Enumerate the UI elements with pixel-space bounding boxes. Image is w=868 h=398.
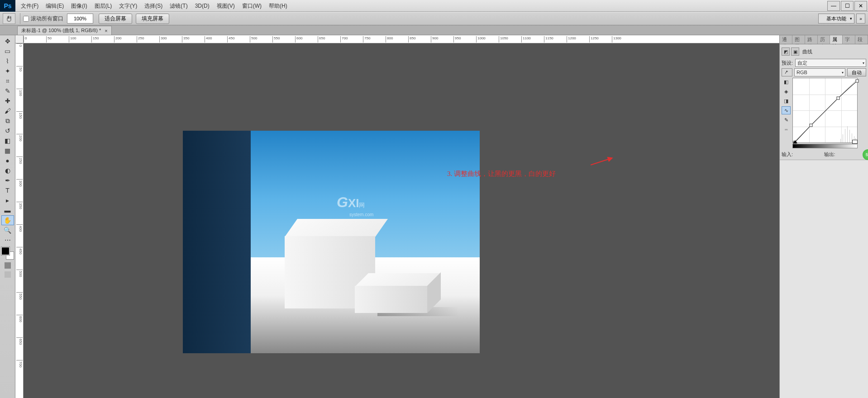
finger-icon [784,69,790,76]
menu-select[interactable]: 选择(S) [141,2,166,10]
zoom-input[interactable] [67,14,93,24]
hand-tool[interactable]: ✋ [1,215,14,225]
scroll-all-label: 滚动所有窗口 [31,15,63,23]
vertical-ruler[interactable]: 0501001502002503003504004505005506006507… [15,43,24,398]
tab-channels[interactable]: 通道 [780,35,792,44]
menu-window[interactable]: 窗口(W) [238,2,265,10]
fit-screen-button[interactable]: 适合屏幕 [99,14,132,24]
menu-file[interactable]: 文件(F) [17,2,42,10]
window-controls: — ☐ ✕ [827,1,868,11]
shape-tool[interactable]: ▬ [1,205,14,215]
menu-filter[interactable]: 滤镜(T) [166,2,191,10]
menu-type[interactable]: 文字(Y) [115,2,141,10]
curve-pencil-tool[interactable]: ✎ [782,116,791,124]
eyedropper-tool[interactable]: ✎ [1,86,14,96]
pen-tool[interactable]: ✒ [1,175,14,185]
document-canvas[interactable]: GXI网 system.com [183,131,480,353]
workspace-label: 基本功能 [826,15,846,22]
maximize-button[interactable]: ☐ [841,1,854,11]
annotation-text: 3. 调整曲线，让黑的更黑，白的更好 [447,170,556,178]
black-slider[interactable] [793,140,797,143]
curve-tools: ◧ ◈ ◨ ∿ ✎ ⎓ [782,78,791,143]
tab-history[interactable]: 历史 [818,35,830,44]
document-tab[interactable]: 未标题-1 @ 100% (曲线 1, RGB/8) * × [17,26,112,35]
menu-view[interactable]: 视图(V) [213,2,238,10]
curve-smooth-tool[interactable]: ⎓ [782,125,791,133]
document-tab-title: 未标题-1 @ 100% (曲线 1, RGB/8) * [21,27,101,34]
auto-button[interactable]: 自动 [847,68,866,76]
fill-screen-button[interactable]: 填充屏幕 [136,14,169,24]
quickmask-toggle[interactable] [5,262,11,269]
panel-collapse-button[interactable]: » [856,14,865,24]
path-select-tool[interactable]: ▸ [1,195,14,205]
current-tool-icon[interactable] [3,13,15,24]
options-bar: 滚动所有窗口 适合屏幕 填充屏幕 基本功能 » [0,12,868,25]
tab-properties[interactable]: 属性 [830,35,843,44]
tab-paths[interactable]: 路径 [805,35,818,44]
edit-toolbar[interactable]: ⋯ [1,235,14,245]
brush-tool[interactable]: 🖌 [1,106,14,116]
menu-help[interactable]: 帮助(H) [265,2,291,10]
separator [20,13,20,24]
white-slider[interactable] [853,140,857,143]
screenmode-toggle[interactable] [5,271,11,278]
curves-area: ◧ ◈ ◨ ∿ ✎ ⎓ [782,78,866,143]
ruler-origin[interactable] [15,35,24,43]
eyedropper-white[interactable]: ◨ [782,97,791,105]
horizontal-ruler[interactable]: 0501001502002503003504004505005506006507… [24,35,779,43]
adjustment-icon[interactable]: ◩ [782,47,790,56]
stamp-tool[interactable]: ⧉ [1,116,14,126]
heal-tool[interactable]: ✚ [1,96,14,106]
scroll-all-windows-checkbox[interactable]: 滚动所有窗口 [23,15,63,23]
curves-graph[interactable] [792,78,858,143]
preset-label: 预设: [782,60,795,66]
type-tool[interactable]: T [1,185,14,195]
panel-tabs: 通道 图层 路径 历史 属性 字符 段落 [780,35,868,44]
tab-paragraph[interactable]: 段落 [855,35,868,44]
document-tab-close[interactable]: × [105,28,107,33]
mask-icon[interactable]: ▣ [791,47,799,56]
preset-row: 预设: 自定 [782,59,866,67]
foreground-color[interactable] [1,247,10,255]
history-brush-tool[interactable]: ↺ [1,126,14,136]
scroll-all-check[interactable] [23,16,29,22]
right-panels: 通道 图层 路径 历史 属性 字符 段落 ◩ ▣ 曲线 预设: 自定 [779,35,868,398]
close-button[interactable]: ✕ [854,1,867,11]
menubar: 文件(F) 编辑(E) 图像(I) 图层(L) 文字(Y) 选择(S) 滤镜(T… [17,0,291,12]
blur-tool[interactable]: ● [1,156,14,166]
dodge-tool[interactable]: ◐ [1,166,14,175]
menu-image[interactable]: 图像(I) [67,2,91,10]
on-image-tool-icon[interactable] [782,68,792,76]
menu-3d[interactable]: 3D(D) [191,3,213,9]
document-tabs: 未标题-1 @ 100% (曲线 1, RGB/8) * × [0,25,868,35]
eyedropper-gray[interactable]: ◈ [782,87,791,95]
minimize-button[interactable]: — [827,1,840,11]
marquee-tool[interactable]: ▭ [1,46,14,56]
color-swatches[interactable] [1,247,14,260]
preset-select[interactable]: 自定 [795,59,866,67]
curve-point-white[interactable] [856,80,859,83]
channel-select[interactable]: RGB [794,68,845,76]
wand-tool[interactable]: ✦ [1,66,14,76]
eraser-tool[interactable]: ◧ [1,136,14,146]
channel-row: RGB 自动 [782,68,866,76]
menu-layer[interactable]: 图层(L) [91,2,116,10]
workspace-selector[interactable]: 基本功能 [818,14,854,24]
tab-character[interactable]: 字符 [843,35,855,44]
menu-edit[interactable]: 编辑(E) [42,2,67,10]
canvas-area: 0501001502002503003504004505005506006507… [15,35,779,398]
gradient-tool[interactable]: ▦ [1,146,14,156]
tab-layers[interactable]: 图层 [792,35,805,44]
properties-panel: ◩ ▣ 曲线 预设: 自定 RGB 自动 ◧ [780,44,868,160]
curve-point-2[interactable] [837,97,840,100]
app-logo: Ps [0,0,15,12]
curve-edit-tool[interactable]: ∿ [782,106,791,114]
move-tool[interactable]: ✥ [1,36,14,46]
zoom-tool[interactable]: 🔍 [1,225,14,235]
curve-line [793,78,858,143]
curve-point-1[interactable] [810,124,813,127]
output-gradient[interactable] [792,144,858,148]
lasso-tool[interactable]: ⌇ [1,56,14,66]
eyedropper-black[interactable]: ◧ [782,78,791,86]
crop-tool[interactable]: ⌗ [1,76,14,86]
